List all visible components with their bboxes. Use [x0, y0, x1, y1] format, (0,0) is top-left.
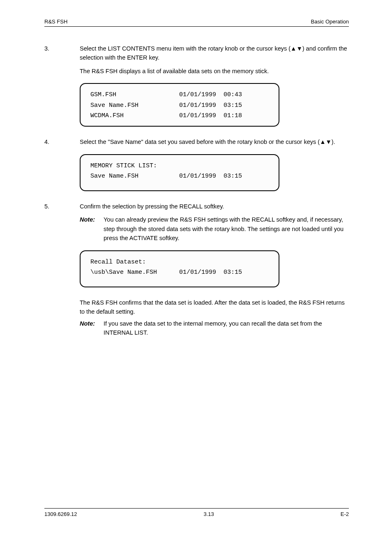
header-left: R&S FSH — [44, 18, 67, 25]
step-3-subtext: The R&S FSH displays a list of available… — [80, 67, 349, 76]
note-2-text: If you save the data set to the internal… — [104, 319, 349, 338]
page-footer: 1309.6269.12 3.13 E-2 — [44, 508, 349, 517]
footer-left: 1309.6269.12 — [44, 511, 77, 517]
lcd-screen-2: MEMORY STICK LIST: Save Name.FSH 01/01/1… — [80, 154, 279, 191]
note-1: Note: You can already preview the R&S FS… — [80, 215, 349, 243]
up-down-triangle-icon: ▲▼ — [320, 139, 332, 145]
footer-center: 3.13 — [203, 511, 214, 517]
lcd2-line1: MEMORY STICK LIST: — [90, 162, 157, 169]
lcd1-line1: GSM.FSH 01/01/1999 00:43 — [90, 91, 242, 98]
note-2: Note: If you save the data set to the in… — [80, 319, 349, 338]
lcd2-line2: Save Name.FSH 01/01/1999 03:15 — [90, 173, 242, 180]
note-1-label: Note: — [80, 215, 104, 243]
step-5: 5. Confirm the selection by pressing the… — [44, 202, 349, 211]
lcd-screen-1: GSM.FSH 01/01/1999 00:43 Save Name.FSH 0… — [80, 83, 279, 127]
lcd3-line1: Recall Dataset: — [90, 259, 146, 266]
note-1-text: You can already preview the R&S FSH sett… — [104, 215, 349, 243]
step-3-text: Select the LIST CONTENTS menu item with … — [80, 44, 349, 62]
step-3-number: 3. — [44, 44, 80, 62]
footer-right: E-2 — [341, 511, 349, 517]
step-4-text: Select the "Save Name" data set you save… — [80, 137, 349, 146]
footer-divider — [44, 508, 349, 509]
step-3: 3. Select the LIST CONTENTS menu item wi… — [44, 44, 349, 62]
up-down-triangle-icon: ▲▼ — [291, 45, 302, 52]
step-4-number: 4. — [44, 137, 80, 146]
step-4: 4. Select the "Save Name" data set you s… — [44, 137, 349, 146]
note-2-label: Note: — [80, 319, 104, 338]
lcd1-line3: WCDMA.FSH 01/01/1999 01:18 — [90, 112, 242, 119]
step-3-text-a: Select the LIST CONTENTS menu item with … — [80, 45, 291, 52]
step-4-text-b: ). — [332, 139, 335, 145]
header-right: Basic Operation — [311, 18, 349, 25]
step-5-number: 5. — [44, 202, 80, 211]
lcd3-line2: \usb\Save Name.FSH 01/01/1999 03:15 — [90, 269, 242, 276]
lcd1-line2: Save Name.FSH 01/01/1999 03:15 — [90, 102, 242, 109]
lcd-screen-3: Recall Dataset: \usb\Save Name.FSH 01/01… — [80, 250, 279, 287]
post-recall-text: The R&S FSH confirms that the data set i… — [80, 298, 349, 317]
step-5-text: Confirm the selection by pressing the RE… — [80, 202, 349, 211]
step-4-text-a: Select the "Save Name" data set you save… — [80, 139, 320, 145]
